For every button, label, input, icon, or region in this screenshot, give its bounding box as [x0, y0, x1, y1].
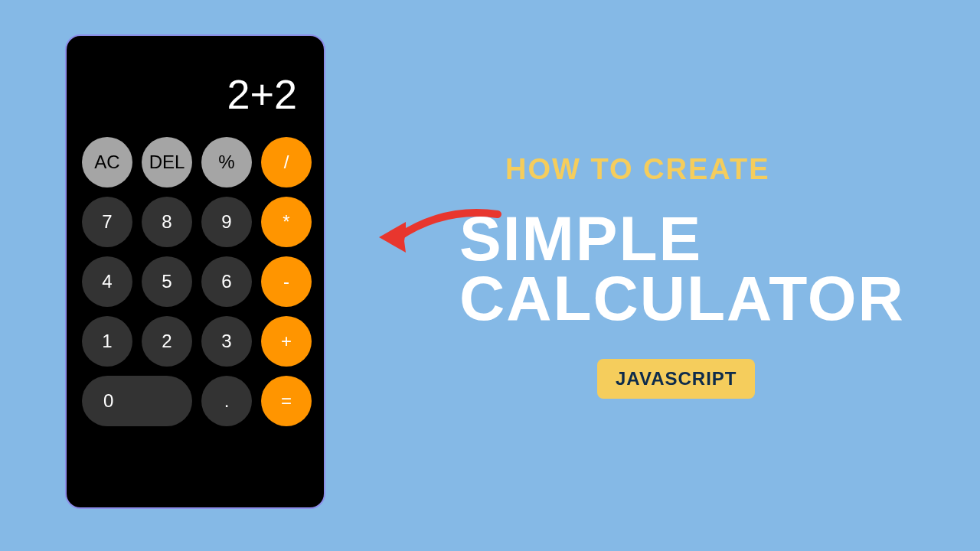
- six-button[interactable]: 6: [201, 256, 252, 307]
- zero-button[interactable]: 0: [82, 376, 192, 426]
- subheading: HOW TO CREATE: [505, 153, 905, 186]
- equals-button[interactable]: =: [261, 376, 312, 426]
- five-button[interactable]: 5: [142, 256, 192, 307]
- one-button[interactable]: 1: [82, 316, 132, 367]
- divide-button[interactable]: /: [261, 137, 312, 187]
- nine-button[interactable]: 9: [201, 197, 252, 247]
- ac-button[interactable]: AC: [82, 137, 132, 187]
- calculator-container: 2+2 AC DEL % / 7 8 9 * 4 5 6 - 1 2 3 + 0…: [65, 34, 325, 509]
- calculator-button-grid: AC DEL % / 7 8 9 * 4 5 6 - 1 2 3 + 0 . =: [78, 137, 312, 426]
- multiply-button[interactable]: *: [261, 197, 312, 247]
- eight-button[interactable]: 8: [142, 197, 192, 247]
- two-button[interactable]: 2: [142, 316, 192, 367]
- javascript-badge: JAVASCRIPT: [597, 359, 755, 399]
- del-button[interactable]: DEL: [142, 137, 192, 187]
- seven-button[interactable]: 7: [82, 197, 132, 247]
- decimal-button[interactable]: .: [201, 376, 252, 426]
- calculator-display: 2+2: [78, 47, 312, 137]
- add-button[interactable]: +: [261, 316, 312, 367]
- subtract-button[interactable]: -: [261, 256, 312, 307]
- heading-line-2: CALCULATOR: [459, 269, 905, 328]
- four-button[interactable]: 4: [82, 256, 132, 307]
- text-content: HOW TO CREATE SIMPLE CALCULATOR JAVASCRI…: [459, 153, 905, 399]
- main-heading: SIMPLE CALCULATOR: [459, 209, 905, 328]
- heading-line-1: SIMPLE: [459, 209, 905, 269]
- percent-button[interactable]: %: [201, 137, 252, 187]
- three-button[interactable]: 3: [201, 316, 252, 367]
